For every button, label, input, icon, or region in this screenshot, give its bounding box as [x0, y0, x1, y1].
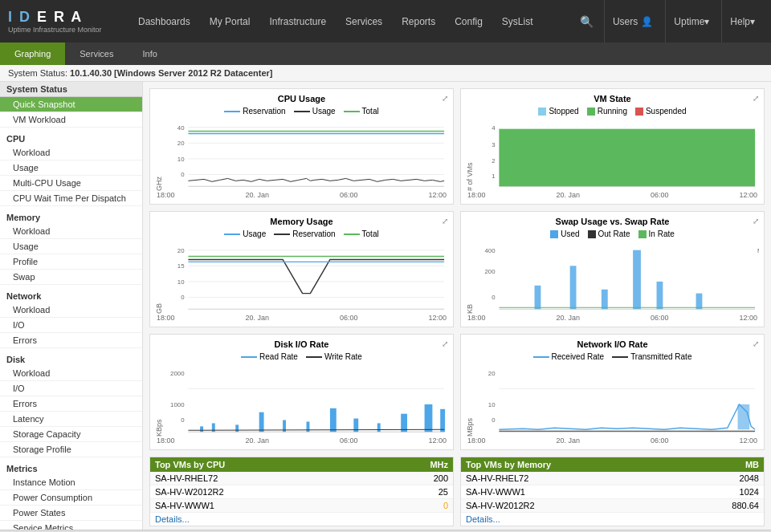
sidebar-item-cpu-wait[interactable]: CPU Wait Time Per Dispatch	[0, 191, 142, 206]
table-top-cpu: Top VMs by CPU MHz SA-HV-RHEL72 200 SA-H…	[149, 457, 454, 526]
search-icon[interactable]: 🔍	[573, 11, 600, 32]
nav-myportal[interactable]: My Portal	[200, 0, 260, 43]
svg-text:1: 1	[492, 173, 495, 180]
chart-swap-legend: Used Out Rate In Rate	[466, 229, 759, 238]
nav-config[interactable]: Config	[445, 0, 492, 43]
sidebar-item-net-io[interactable]: I/O	[0, 318, 142, 333]
svg-rect-17	[165, 242, 448, 313]
chart-net-ylabel: MBps	[466, 364, 474, 437]
chart-cpu-inner: GHz 40 20 10 0	[155, 119, 448, 191]
nav-syslist[interactable]: SysList	[492, 0, 543, 43]
legend-disk-read-line	[241, 356, 257, 358]
chart-net-legend: Received Rate Transmitted Rate	[466, 352, 759, 361]
svg-rect-16	[499, 129, 755, 187]
svg-text:2: 2	[492, 157, 495, 164]
sidebar-item-metrics-power-states[interactable]: Power States	[0, 506, 142, 521]
table-row: SA-HV-RHEL72 200	[150, 472, 453, 485]
sidebar-item-vm-workload[interactable]: VM Workload	[0, 112, 142, 128]
sidebar-item-disk-errors[interactable]: Errors	[0, 396, 142, 412]
svg-rect-54	[401, 414, 407, 433]
svg-text:3: 3	[492, 141, 496, 148]
table-cpu-details[interactable]: Details...	[150, 513, 453, 526]
chart-vm-expand[interactable]: ⤢	[753, 94, 759, 103]
legend-stopped-box	[538, 108, 546, 116]
chart-disk-title: Disk I/O Rate	[155, 339, 448, 349]
svg-text:400: 400	[484, 247, 496, 254]
charts-grid: CPU Usage Reservation Usage Total	[149, 88, 765, 450]
chart-net-expand[interactable]: ⤢	[753, 339, 759, 348]
sidebar-item-mem-workload[interactable]: Workload	[0, 224, 142, 239]
svg-text:4: 4	[492, 124, 496, 132]
table-row: SA-HV-WWW1 0	[150, 499, 453, 513]
svg-rect-57	[475, 365, 759, 436]
chart-swap-expand[interactable]: ⤢	[753, 217, 759, 225]
svg-text:1000: 1000	[170, 401, 185, 408]
sidebar-item-disk-io[interactable]: I/O	[0, 381, 142, 396]
sidebar-item-net-errors[interactable]: Errors	[0, 333, 142, 348]
table-memory: Top VMs by Memory MB SA-HV-RHEL72 2048 S…	[460, 457, 765, 526]
chart-disk-expand[interactable]: ⤢	[442, 339, 448, 348]
chart-mem-title: Memory Usage	[155, 217, 448, 226]
tab-services[interactable]: Services	[65, 43, 128, 65]
legend-disk-write-line	[306, 356, 322, 358]
chart-disk-inner: KBps 2000 1000 0	[155, 364, 448, 437]
sidebar-category-cpu: CPU	[0, 131, 142, 145]
table-memory-details[interactable]: Details...	[461, 513, 764, 526]
sidebar-item-net-workload[interactable]: Workload	[0, 303, 142, 318]
chart-vm-inner: # of VMs 4 3 2 1	[466, 119, 759, 191]
chart-disk-legend: Read Rate Write Rate	[155, 352, 448, 361]
chart-cpu-expand[interactable]: ⤢	[442, 94, 448, 103]
sidebar-item-metrics-service[interactable]: Service Metrics	[0, 521, 142, 530]
sidebar-item-disk-latency[interactable]: Latency	[0, 412, 142, 427]
status-bar: System Status: 10.1.40.30 [Windows Serve…	[0, 65, 771, 82]
tab-graphing[interactable]: Graphing	[0, 43, 65, 65]
sidebar-item-disk-capacity[interactable]: Storage Capacity	[0, 427, 142, 442]
nav-dashboards[interactable]: Dashboards	[128, 0, 200, 43]
sidebar-item-cpu-usage[interactable]: Usage	[0, 160, 142, 176]
tab-info[interactable]: Info	[128, 43, 171, 65]
chart-mem-svg: 20 15 10 0	[165, 242, 448, 314]
nav-reports[interactable]: Reports	[392, 0, 445, 43]
svg-rect-0	[165, 120, 448, 190]
chart-cpu-legend: Reservation Usage Total	[155, 107, 448, 116]
svg-rect-45	[200, 426, 203, 432]
sidebar-item-mem-swap[interactable]: Swap	[0, 270, 142, 285]
sidebar-item-mem-profile[interactable]: Profile	[0, 254, 142, 270]
svg-text:20: 20	[488, 370, 496, 377]
nav-right: 🔍 Users 👤 Uptime ▾ Help ▾	[573, 0, 763, 43]
chart-disk-svg: 2000 1000 0	[165, 364, 448, 437]
legend-mem-total: Total	[344, 229, 379, 238]
legend-total: Total	[344, 107, 379, 116]
legend-mem-res-line	[274, 234, 290, 235]
sidebar-item-quick-snapshot[interactable]: Quick Snapshot	[0, 97, 142, 112]
nav-users[interactable]: Users 👤	[604, 0, 661, 43]
legend-disk-read: Read Rate	[241, 352, 298, 361]
legend-stopped: Stopped	[538, 107, 578, 116]
svg-text:0: 0	[492, 416, 496, 424]
sidebar-item-disk-profile[interactable]: Storage Profile	[0, 442, 142, 457]
legend-net-received: Received Rate	[533, 352, 605, 361]
nav-infrastructure[interactable]: Infrastructure	[259, 0, 336, 43]
status-value: 10.1.40.30 [Windows Server 2012 R2 Datac…	[70, 68, 272, 78]
chart-disk-xlabels: 18:00 20. Jan 06:00 12:00	[155, 437, 448, 445]
svg-text:10: 10	[177, 278, 185, 286]
sidebar-item-mem-usage[interactable]: Usage	[0, 239, 142, 254]
nav-uptime[interactable]: Uptime ▾	[665, 0, 717, 43]
legend-usage-line	[294, 111, 310, 112]
chart-mem-expand[interactable]: ⤢	[442, 217, 448, 225]
chart-swap-svg: 400 200 0 MBps	[475, 242, 759, 314]
nav-services[interactable]: Services	[336, 0, 392, 43]
table-memory-header: Top VMs by Memory MB	[461, 457, 764, 472]
main-layout: System Status Quick Snapshot VM Workload…	[0, 82, 771, 530]
chart-mem-inner: GB 20 15 10 0	[155, 242, 448, 314]
sidebar-item-metrics-power-cons[interactable]: Power Consumption	[0, 490, 142, 506]
sidebar-item-cpu-multi[interactable]: Multi-CPU Usage	[0, 176, 142, 191]
legend-reservation-line	[224, 111, 240, 112]
sidebar-item-metrics-motion[interactable]: Instance Motion	[0, 475, 142, 490]
table-row: SA-HV-RHEL72 2048	[461, 472, 764, 485]
legend-mem-reservation: Reservation	[274, 229, 335, 238]
nav-help[interactable]: Help ▾	[721, 0, 763, 43]
svg-rect-33	[535, 286, 541, 309]
sidebar-item-cpu-workload[interactable]: Workload	[0, 145, 142, 160]
sidebar-item-disk-workload[interactable]: Workload	[0, 366, 142, 381]
